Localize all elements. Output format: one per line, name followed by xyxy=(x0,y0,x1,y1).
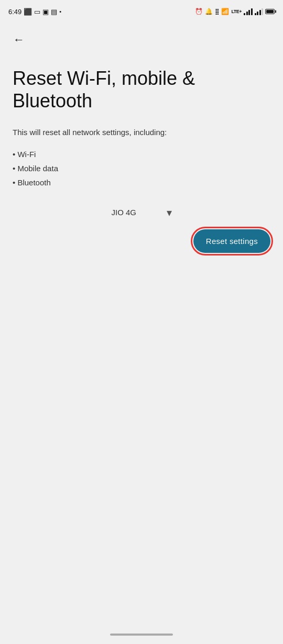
battery-icon xyxy=(265,9,275,14)
status-bar: 6:49 ⬛ ▭ ▣ ▤ • ⏰ 🔔 ⣿ 📶 LTE+ xyxy=(0,0,283,21)
chevron-down-icon: ▾ xyxy=(167,206,172,219)
reset-settings-button[interactable]: Reset settings xyxy=(193,229,270,253)
lte-icon: LTE+ xyxy=(231,9,242,14)
page-title-line1: Reset Wi-Fi, mobile & xyxy=(13,68,195,89)
screencast-icon: ⬛ xyxy=(24,8,32,16)
pip-icon: ▣ xyxy=(42,8,49,16)
cast-icon: ▤ xyxy=(51,8,57,16)
list-item: • Wi-Fi xyxy=(13,147,270,161)
button-row: Reset settings xyxy=(13,229,270,253)
home-indicator xyxy=(110,634,173,636)
time-display: 6:49 xyxy=(8,8,21,16)
wifi-icon: 📶 xyxy=(221,8,229,15)
page-title-line2: Bluetooth xyxy=(13,90,92,112)
status-icons-right: ⏰ 🔔 ⣿ 📶 LTE+ xyxy=(195,8,275,15)
top-navigation: ← xyxy=(0,21,283,54)
main-content: Reset Wi-Fi, mobile & Bluetooth This wil… xyxy=(0,54,283,253)
signal2-icon xyxy=(255,8,264,15)
volume-icon: 🔔 xyxy=(205,8,213,15)
list-item: • Bluetooth xyxy=(13,175,270,190)
settings-list: • Wi-Fi • Mobile data • Bluetooth xyxy=(13,147,270,190)
back-arrow-icon: ← xyxy=(13,33,25,47)
back-button[interactable]: ← xyxy=(8,29,29,50)
alarm-icon: ⏰ xyxy=(195,8,203,15)
network-dropdown[interactable]: JIO 4G Other Network xyxy=(112,208,165,217)
description-text: This will reset all network settings, in… xyxy=(13,127,270,139)
network-dropdown-wrapper[interactable]: JIO 4G Other Network ▾ xyxy=(112,206,172,219)
status-time: 6:49 ⬛ ▭ ▣ ▤ • xyxy=(8,8,61,16)
page-title: Reset Wi-Fi, mobile & Bluetooth xyxy=(13,67,270,112)
signal-icon xyxy=(244,8,253,15)
monitor-icon: ▭ xyxy=(34,8,40,16)
dot-icon: • xyxy=(59,8,61,15)
data-grid-icon: ⣿ xyxy=(215,8,219,15)
network-dropdown-row: JIO 4G Other Network ▾ xyxy=(13,206,270,219)
list-item: • Mobile data xyxy=(13,161,270,175)
